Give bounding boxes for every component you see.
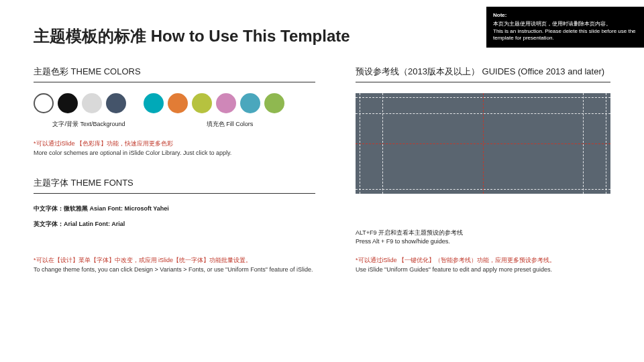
colors-tip-cn: *可以通过iSlide 【色彩库】功能，快速应用更多色彩 [34,139,315,148]
columns: 主题色彩 THEME COLORS 文字/背景 Text/Background … [34,66,610,245]
guides-tip-en: Use iSlide "Uniform Guides" feature to e… [356,265,610,274]
swatch-textbg-2 [82,93,102,113]
swatch-fill-0 [144,93,164,113]
theme-colors-heading: 主题色彩 THEME COLORS [34,66,315,78]
swatch-fill-2 [192,93,212,113]
colors-tip-en: More color schemes are optional in iSlid… [34,149,315,158]
swatch-fill-1 [168,93,188,113]
note-title: Note: [493,12,637,19]
slide-root: Note: 本页为主题使用说明页，使用时请删除本页内容。 This is an … [0,0,644,362]
swatch-labels: 文字/背景 Text/Background 填充色 Fill Colors [34,120,315,129]
rule [356,82,610,82]
column-right: 预设参考线（2013版本及以上） GUIDES (Office 2013 and… [356,66,610,245]
fill-label: 填充色 Fill Colors [144,120,315,129]
note-line-en: This is an instruction. Please delete th… [493,28,637,43]
alt-f9-cn: ALT+F9 开启和查看本主题预设的参考线 [356,229,610,237]
guide-preview [356,93,610,194]
en-font-line: 英文字体：Arial Latin Font: Arial [34,220,315,229]
swatch-row [34,93,315,113]
column-left: 主题色彩 THEME COLORS 文字/背景 Text/Background … [34,66,315,245]
rule [34,82,315,82]
text-bg-label: 文字/背景 Text/Background [34,120,144,129]
swatch-textbg-1 [58,93,78,113]
swatch-fill-4 [240,93,260,113]
theme-fonts-section: 主题字体 THEME FONTS 中文字体：微软雅黑 Asian Font: M… [34,177,315,229]
note-line-cn: 本页为主题使用说明页，使用时请删除本页内容。 [493,21,637,28]
colors-tip: *可以通过iSlide 【色彩库】功能，快速应用更多色彩 More color … [34,139,315,157]
swatch-fill-5 [264,93,284,113]
guides-tip: *可以通过iSlide 【一键优化】（智能参考线）功能，应用更多预设参考线。 U… [356,256,610,274]
note-box: Note: 本页为主题使用说明页，使用时请删除本页内容。 This is an … [486,7,644,48]
rule [34,193,315,194]
swatch-textbg-0 [34,93,54,113]
cn-font-line: 中文字体：微软雅黑 Asian Font: Microsoft Yahei [34,204,315,213]
guides-tip-cn: *可以通过iSlide 【一键优化】（智能参考线）功能，应用更多预设参考线。 [356,256,610,265]
theme-fonts-heading: 主题字体 THEME FONTS [34,177,315,189]
fonts-tip-cn: *可以在【设计】菜单【字体】中改变，或应用 iSlide【统一字体】功能批量设置… [34,256,315,265]
guides-heading: 预设参考线（2013版本及以上） GUIDES (Office 2013 and… [356,66,610,78]
fill-swatches [144,93,284,113]
swatch-fill-3 [216,93,236,113]
fonts-tip-en: To change theme fonts, you can click Des… [34,265,315,274]
alt-f9-en: Press Alt + F9 to show/hide guides. [356,237,610,246]
text-bg-swatches [34,93,126,113]
alt-f9-tip: ALT+F9 开启和查看本主题预设的参考线 Press Alt + F9 to … [356,229,610,245]
fonts-tip: *可以在【设计】菜单【字体】中改变，或应用 iSlide【统一字体】功能批量设置… [34,256,315,274]
swatch-textbg-3 [106,93,126,113]
bottom-row: *可以在【设计】菜单【字体】中改变，或应用 iSlide【统一字体】功能批量设置… [34,245,610,274]
